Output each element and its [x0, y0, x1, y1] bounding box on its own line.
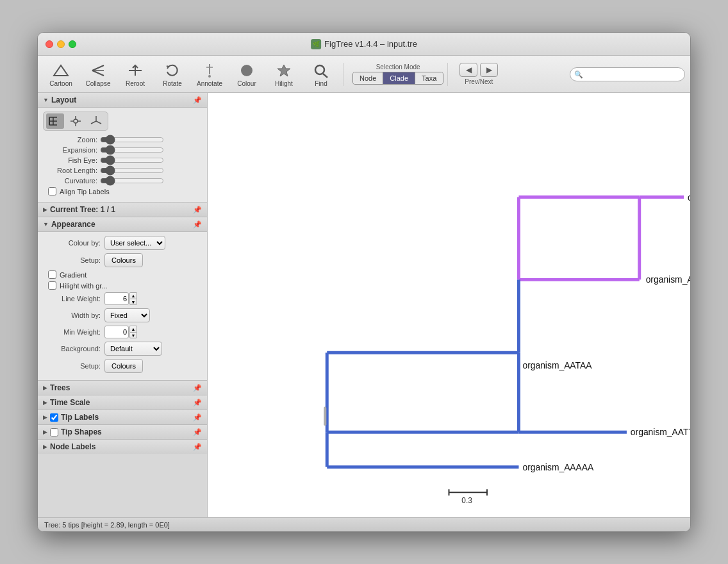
main-content: ▼ Layout 📌 Zoom:: [38, 93, 690, 517]
window-title: 🌿 FigTree v1.4.4 – input.tre: [311, 39, 417, 49]
next-button[interactable]: ▶: [480, 63, 498, 77]
trees-arrow: ▶: [43, 385, 47, 391]
rectangular-layout-btn[interactable]: [46, 113, 64, 129]
tip-shapes-checkbox[interactable]: [50, 428, 58, 436]
tree-view: organism_AACGA organism_AACAA organism_A…: [208, 93, 690, 517]
min-weight-input-wrap: ▲ ▼: [104, 326, 137, 338]
polar-layout-btn[interactable]: [87, 113, 105, 129]
organism-aataa-label: organism_AATAA: [522, 360, 592, 370]
cartoon-button[interactable]: Cartoon: [43, 58, 79, 90]
appearance-panel-content: Colour by: User select... None Attribute…: [38, 232, 207, 381]
annotate-icon: [201, 62, 219, 79]
align-tip-labels-label: Align Tip Labels: [60, 188, 110, 195]
layout-panel-header[interactable]: ▼ Layout 📌: [38, 93, 207, 108]
line-weight-up[interactable]: ▲: [129, 292, 137, 299]
line-weight-input[interactable]: [104, 292, 129, 305]
colour-button[interactable]: Colour: [229, 58, 265, 90]
appearance-pin[interactable]: 📌: [193, 220, 202, 229]
time-scale-panel-header[interactable]: ▶ Time Scale 📌: [38, 395, 207, 410]
trees-panel-header[interactable]: ▶ Trees 📌: [38, 381, 207, 395]
collapse-icon: [89, 62, 107, 79]
tip-shapes-panel-header[interactable]: ▶ Tip Shapes 📌: [38, 425, 207, 440]
svg-line-26: [91, 121, 96, 124]
line-weight-down[interactable]: ▼: [129, 299, 137, 305]
toolbar: Cartoon Collapse Reroot Rotate Annotate: [38, 56, 690, 93]
search-input[interactable]: [570, 67, 685, 81]
maximize-button[interactable]: [69, 40, 76, 48]
gradient-checkbox[interactable]: [48, 270, 56, 279]
width-by-select[interactable]: Fixed Attribute: [104, 308, 150, 322]
close-button[interactable]: [46, 40, 53, 48]
colours-button[interactable]: Colours: [104, 253, 143, 267]
reroot-button[interactable]: Reroot: [117, 58, 153, 90]
status-text: Tree: 5 tips [height = 2.89, length = 0E…: [44, 521, 170, 529]
svg-point-8: [208, 75, 211, 78]
node-labels-panel-header[interactable]: ▶ Node Labels 📌: [38, 440, 207, 454]
clade-mode-button[interactable]: Clade: [383, 72, 415, 84]
hilight-gradient-checkbox[interactable]: [48, 281, 56, 290]
zoom-slider[interactable]: [100, 136, 164, 144]
tip-labels-panel-header[interactable]: ▶ Tip Labels 📌: [38, 410, 207, 425]
tip-labels-pin[interactable]: 📌: [193, 413, 202, 422]
tip-shapes-pin[interactable]: 📌: [193, 428, 202, 436]
min-weight-row: Min Weight: ▲ ▼: [43, 326, 202, 338]
bg-setup-row: Setup: Colours: [43, 359, 202, 373]
toolbar-separator-2: [447, 63, 448, 86]
svg-line-13: [323, 74, 327, 78]
hilight-gradient-label: Hilight with gr...: [60, 282, 108, 290]
rotate-button[interactable]: Rotate: [154, 58, 190, 90]
line-weight-row: Line Weight: ▲ ▼: [43, 292, 202, 305]
reroot-icon: [126, 62, 144, 79]
min-weight-input[interactable]: [104, 326, 129, 338]
appearance-panel-header[interactable]: ▼ Appearance 📌: [38, 217, 207, 232]
tip-shapes-arrow: ▶: [43, 429, 47, 435]
gradient-row: Gradient: [48, 270, 202, 279]
prevnext-buttons: ◀ ▶: [459, 63, 498, 77]
radial-layout-btn[interactable]: [67, 113, 85, 129]
fisheye-row: Fish Eye:: [43, 156, 202, 164]
taxa-mode-button[interactable]: Taxa: [415, 72, 443, 84]
colour-by-row: Colour by: User select... None Attribute: [43, 236, 202, 250]
background-select[interactable]: Default White Black: [104, 342, 162, 356]
time-scale-pin[interactable]: 📌: [193, 399, 202, 407]
statusbar: Tree: 5 tips [height = 2.89, length = 0E…: [38, 517, 690, 531]
find-button[interactable]: Find: [303, 58, 339, 90]
main-window: 🌿 FigTree v1.4.4 – input.tre Cartoon Col…: [37, 32, 691, 532]
toolbar-separator: [343, 63, 343, 86]
root-length-row: Root Length:: [43, 167, 202, 174]
trees-pin[interactable]: 📌: [193, 384, 202, 392]
node-mode-button[interactable]: Node: [353, 72, 383, 84]
svg-point-10: [241, 65, 252, 76]
layout-icons-group: [43, 112, 108, 131]
prev-button[interactable]: ◀: [459, 63, 477, 77]
align-tip-labels-checkbox[interactable]: [48, 187, 56, 195]
min-weight-up[interactable]: ▲: [129, 326, 137, 332]
node-labels-pin[interactable]: 📌: [193, 443, 202, 451]
hilight-button[interactable]: Hilight: [266, 58, 302, 90]
collapse-button[interactable]: Collapse: [80, 58, 116, 90]
curvature-slider[interactable]: [100, 177, 164, 185]
tree-svg: organism_AACGA organism_AACAA organism_A…: [208, 93, 690, 517]
root-length-slider[interactable]: [100, 167, 164, 174]
fisheye-slider[interactable]: [100, 156, 164, 164]
width-by-row: Width by: Fixed Attribute: [43, 308, 202, 322]
minimize-button[interactable]: [57, 40, 65, 48]
tip-labels-arrow: ▶: [43, 414, 47, 420]
search-box: 🔍: [570, 67, 685, 81]
organism-aaaaa-label: organism_AAAAA: [522, 462, 594, 472]
tip-labels-checkbox[interactable]: [50, 413, 58, 422]
curvature-row: Curvature:: [43, 177, 202, 185]
sidebar: ▼ Layout 📌 Zoom:: [38, 93, 208, 517]
current-tree-pin[interactable]: 📌: [193, 206, 202, 214]
titlebar: 🌿 FigTree v1.4.4 – input.tre: [38, 33, 690, 56]
layout-pin[interactable]: 📌: [193, 96, 202, 104]
annotate-button[interactable]: Annotate: [192, 58, 228, 90]
colour-by-select[interactable]: User select... None Attribute: [104, 236, 165, 250]
bg-colours-button[interactable]: Colours: [104, 359, 143, 373]
min-weight-spinners: ▲ ▼: [129, 326, 137, 338]
current-tree-panel-header[interactable]: ▶ Current Tree: 1 / 1 📌: [38, 203, 207, 217]
layout-arrow: ▼: [43, 97, 49, 103]
min-weight-down[interactable]: ▼: [129, 332, 137, 338]
expansion-slider[interactable]: [100, 146, 164, 154]
organism-aacga-label: organism_AACGA: [688, 192, 690, 203]
